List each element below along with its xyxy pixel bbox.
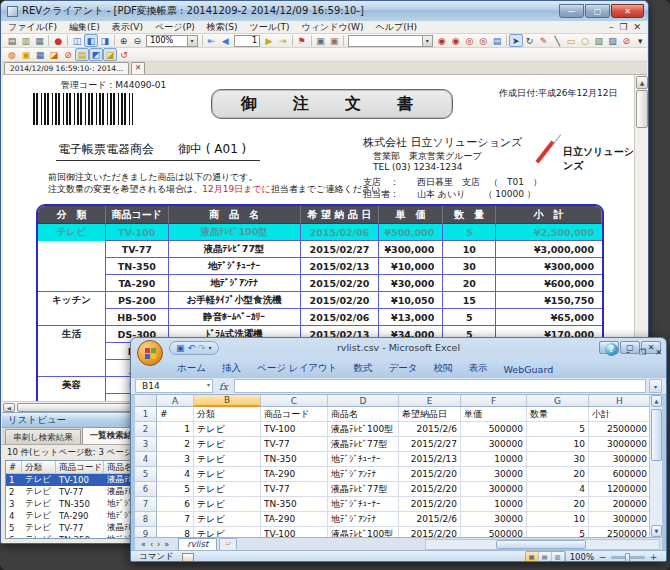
zoom-out-button[interactable]: −: [598, 552, 607, 562]
zoom-combo-dropdown-icon[interactable]: ▾: [187, 36, 197, 46]
annotation-icon[interactable]: ●: [51, 34, 65, 47]
column-header-A[interactable]: A: [157, 395, 194, 407]
image-icon[interactable]: ▧: [592, 34, 606, 47]
column-header-E[interactable]: E: [399, 395, 461, 407]
zoom-slider-thumb[interactable]: [625, 553, 630, 562]
ribbon-tab-2[interactable]: ページ レイアウト: [249, 360, 346, 377]
excel-vertical-scrollbar[interactable]: ▲ ▼: [649, 395, 662, 537]
list-column-header[interactable]: 商品コード: [56, 461, 104, 474]
print-preview-icon[interactable]: ▥: [19, 34, 33, 47]
grid-cell[interactable]: 2015/2/27: [399, 437, 461, 452]
grid-cell[interactable]: 液晶ﾃﾚﾋﾞ100型: [328, 527, 399, 537]
rev-titlebar[interactable]: REVクライアント - [PDF変換帳票 : 20141209-2 2014/1…: [1, 1, 648, 21]
workbook-restore-icon[interactable]: ❐: [639, 348, 646, 357]
column-header-B[interactable]: B: [194, 395, 261, 407]
sheet-nav-buttons[interactable]: «‹›»: [135, 540, 175, 549]
prev-page-icon[interactable]: ◀: [218, 34, 232, 47]
ribbon-tab-7[interactable]: WebGuard: [496, 362, 562, 377]
page-number-input[interactable]: [234, 35, 260, 47]
menu-item-2[interactable]: 表示(V): [106, 21, 149, 34]
document-tab[interactable]: 2014/12/09 16:59:10-: 2014...: [4, 62, 129, 74]
grid-cell[interactable]: TA-290: [261, 512, 328, 527]
formula-input[interactable]: [234, 379, 646, 393]
ribbon-tab-6[interactable]: 表示: [461, 360, 496, 377]
name-box[interactable]: B14▾: [135, 379, 213, 393]
grid-cell[interactable]: 1: [157, 422, 194, 437]
menu-item-1[interactable]: 編集(E): [63, 21, 106, 34]
sheet-nav-icon-3[interactable]: »: [162, 540, 171, 549]
grid-cell[interactable]: 2015/2/13: [399, 452, 461, 467]
protect-icon[interactable]: ▣: [19, 48, 33, 61]
grid-cell[interactable]: TN-350: [261, 452, 328, 467]
ribbon-tab-3[interactable]: 数式: [346, 360, 381, 377]
grid-cell[interactable]: 2: [157, 437, 194, 452]
zoom-in-button[interactable]: +: [649, 552, 658, 562]
workbook-minimize-icon[interactable]: –: [626, 348, 630, 357]
save-icon[interactable]: ▣: [176, 342, 185, 354]
formula-expand-icon[interactable]: ▾: [649, 379, 662, 393]
grid-cell[interactable]: 500000: [461, 527, 527, 537]
grid-cell[interactable]: 2015/2/20: [399, 482, 461, 497]
fx-icon[interactable]: fx: [219, 381, 228, 392]
menu-item-0[interactable]: ファイル(F): [2, 21, 63, 34]
list-column-header[interactable]: #: [6, 461, 22, 474]
grid-cell[interactable]: 商品コード: [261, 407, 328, 422]
column-header-F[interactable]: F: [461, 395, 527, 407]
photo-icon[interactable]: ▨: [606, 34, 620, 47]
ribbon-tab-5[interactable]: 校閲: [426, 360, 461, 377]
grid-cell[interactable]: TV-77: [261, 437, 328, 452]
view-mode-icon-0[interactable]: ▦: [526, 552, 539, 562]
excel-vscroll-thumb[interactable]: [651, 409, 662, 461]
row-header-6[interactable]: 6: [135, 482, 157, 497]
sheet-tab-rvlist[interactable]: rvlist: [178, 538, 217, 550]
grid-cell[interactable]: 3: [157, 452, 194, 467]
menu-item-4[interactable]: 検索(S): [201, 21, 244, 34]
grid-cell[interactable]: 300000: [461, 437, 527, 452]
row-header-4[interactable]: 4: [135, 452, 157, 467]
ribbon-tab-0[interactable]: ホーム: [169, 360, 214, 377]
search-memo-icon[interactable]: ▤: [490, 34, 504, 47]
grid-cell[interactable]: 300000: [589, 452, 651, 467]
view-mode-icon-1[interactable]: ▤: [539, 552, 552, 562]
help-icon[interactable]: ?: [605, 343, 618, 356]
ribbon-tab-1[interactable]: 挿入: [214, 360, 249, 377]
select-all-corner[interactable]: [135, 395, 157, 407]
grid-cell[interactable]: 地ﾃﾞｼﾞﾁｭｰﾅｰ: [328, 452, 399, 467]
excel-scroll-down-icon[interactable]: ▼: [651, 525, 662, 537]
grid-cell[interactable]: 500000: [461, 422, 527, 437]
row-header-8[interactable]: 8: [135, 512, 157, 527]
office-button[interactable]: [137, 340, 163, 366]
row-header-7[interactable]: 7: [135, 497, 157, 512]
more-tools-icon[interactable]: ▾: [633, 34, 647, 47]
seal-icon[interactable]: ◍: [5, 48, 19, 61]
grid-cell[interactable]: 2500000: [589, 527, 651, 537]
grid-cell[interactable]: TV-100: [261, 422, 328, 437]
grid-cell[interactable]: 30000: [461, 467, 527, 482]
qat-dropdown-icon[interactable]: ▾: [209, 342, 212, 354]
grid-cell[interactable]: 単価: [461, 407, 527, 422]
column-header-C[interactable]: C: [261, 395, 328, 407]
grid-cell[interactable]: 10000: [461, 452, 527, 467]
view-facing-icon[interactable]: ◧: [84, 34, 98, 47]
grid-cell[interactable]: TV-100: [261, 527, 328, 537]
undo-icon[interactable]: ↶: [188, 342, 196, 354]
export-icon[interactable]: ◪: [47, 48, 61, 61]
grid-cell[interactable]: TN-350: [261, 497, 328, 512]
column-header-H[interactable]: H: [589, 395, 651, 407]
pen-icon[interactable]: ✎: [537, 34, 551, 47]
list-column-header[interactable]: 分類: [22, 461, 56, 474]
zoom-out-icon[interactable]: ⊖: [130, 34, 144, 47]
grid-cell[interactable]: 数量: [527, 407, 589, 422]
stamp-icon[interactable]: ⊘: [619, 34, 633, 47]
grid-cell[interactable]: #: [157, 407, 194, 422]
user-icon[interactable]: ◩: [89, 48, 103, 61]
zoom-in-icon[interactable]: ⊕: [117, 34, 131, 47]
excel-scroll-up-icon[interactable]: ▲: [651, 395, 662, 407]
macro-record-icon[interactable]: [182, 553, 194, 562]
redo-icon[interactable]: ↷: [198, 342, 206, 354]
grid-cell[interactable]: 7: [157, 512, 194, 527]
grid-cell[interactable]: 希望納品日: [399, 407, 461, 422]
grid-cell[interactable]: テレビ: [194, 527, 261, 537]
last-page-icon[interactable]: ⇥: [276, 34, 290, 47]
grid-cell[interactable]: 4: [157, 467, 194, 482]
